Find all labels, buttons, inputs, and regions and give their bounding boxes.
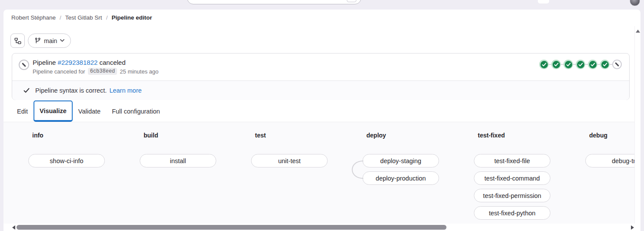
job-pill-deploy-staging[interactable]: deploy-staging: [362, 154, 439, 167]
stage-column-info: infoshow-ci-info: [28, 132, 105, 171]
pipeline-subtitle: Pipeline canceled for 6cb38eed 25 minute…: [33, 68, 158, 75]
breadcrumb-separator: /: [60, 14, 61, 21]
job-pill-test-fixed-command[interactable]: test-fixed-command: [474, 171, 550, 185]
stage-status-icon-canceled[interactable]: [612, 60, 622, 69]
stage-status-icon-success[interactable]: [600, 60, 610, 69]
stage-label: debug: [589, 132, 634, 139]
breadcrumb-separator: /: [106, 14, 108, 21]
pipeline-editor-panel: Robert Stéphane/Test Gitlab Srt/Pipeline…: [3, 10, 641, 231]
syntax-status-bar: Pipeline syntax is correct. Learn more: [12, 80, 629, 100]
pipeline-mini-graph: [539, 60, 622, 69]
stage-label: test: [255, 132, 328, 139]
stage-jobs: install: [140, 154, 216, 167]
horizontal-scrollbar[interactable]: [3, 224, 634, 231]
stage-jobs: deploy-stagingdeploy-production: [362, 154, 439, 185]
stage-label: test-fixed: [478, 132, 550, 139]
stage-jobs: debug-tr: [585, 154, 634, 167]
breadcrumb-item-robert-st-phane[interactable]: Robert Stéphane: [11, 14, 56, 21]
stage-status-icon-success[interactable]: [551, 60, 561, 69]
pipeline-status-main: Pipeline #2292381822 canceled Pipeline c…: [12, 54, 629, 80]
stage-jobs: show-ci-info: [28, 154, 105, 167]
stage-status-icon-success[interactable]: [539, 60, 549, 69]
stage-jobs: test-fixed-filetest-fixed-commandtest-fi…: [474, 154, 550, 220]
pipeline-title-prefix: Pipeline: [33, 59, 56, 66]
search-input[interactable]: [187, 0, 361, 4]
stage-status-icon-success[interactable]: [576, 60, 585, 69]
stage-label: info: [32, 132, 105, 139]
tab-visualize[interactable]: Visualize: [34, 100, 73, 122]
scroll-left-arrow-icon[interactable]: [12, 225, 15, 230]
check-icon: [23, 88, 30, 93]
job-pill-show-ci-info[interactable]: show-ci-info: [28, 154, 105, 167]
pipeline-title: Pipeline #2292381822 canceled: [33, 58, 158, 67]
pipeline-id-link[interactable]: #2292381822: [58, 59, 98, 66]
job-pill-debug-tr[interactable]: debug-tr: [585, 154, 634, 167]
pipeline-canceled-icon: [19, 60, 29, 70]
stage-column-test: testunit-test: [251, 132, 328, 171]
syntax-message: Pipeline syntax is correct.: [35, 87, 107, 94]
stage-column-deploy: deploydeploy-stagingdeploy-production: [362, 132, 439, 189]
file-tree-icon: [14, 37, 21, 44]
pipeline-title-status: canceled: [99, 59, 125, 66]
branch-selector[interactable]: main: [28, 33, 71, 48]
file-tree-toggle-button[interactable]: [10, 33, 25, 48]
pipeline-subtitle-prefix: Pipeline canceled for: [33, 68, 85, 75]
pipeline-subtitle-time: 25 minutes ago: [120, 68, 158, 75]
stage-label: deploy: [366, 132, 439, 139]
tab-full-configuration[interactable]: Full configuration: [106, 100, 165, 122]
stage-jobs: unit-test: [251, 154, 328, 167]
breadcrumb-item-test-gitlab-srt[interactable]: Test Gitlab Srt: [65, 14, 102, 21]
stage-column-debug: debugdebug-tr: [585, 132, 634, 171]
stage-label: build: [144, 132, 216, 139]
job-pill-install[interactable]: install: [140, 154, 216, 167]
git-branch-icon: [34, 37, 41, 44]
vertical-scrollbar[interactable]: [634, 26, 641, 224]
breadcrumb: Robert Stéphane/Test Gitlab Srt/Pipeline…: [11, 14, 152, 21]
editor-tabs: EditVisualizeValidateFull configuration: [3, 100, 634, 122]
job-pill-unit-test[interactable]: unit-test: [251, 154, 328, 167]
breadcrumb-item-pipeline-editor: Pipeline editor: [111, 14, 152, 21]
tab-validate[interactable]: Validate: [73, 100, 106, 122]
scroll-right-arrow-icon[interactable]: [631, 225, 634, 230]
job-pill-test-fixed-file[interactable]: test-fixed-file: [474, 154, 550, 167]
branch-name: main: [44, 37, 57, 44]
stage-column-test-fixed: test-fixedtest-fixed-filetest-fixed-comm…: [474, 132, 550, 224]
job-dependency-connector: [346, 159, 364, 180]
keyboard-shortcut-hint: [347, 0, 356, 2]
job-pill-test-fixed-permission[interactable]: test-fixed-permission: [474, 189, 550, 202]
learn-more-link[interactable]: Learn more: [109, 87, 141, 94]
scroll-up-arrow-icon[interactable]: [636, 30, 640, 33]
user-avatar[interactable]: [630, 0, 640, 6]
stage-column-build: buildinstall: [140, 132, 216, 171]
job-pill-deploy-production[interactable]: deploy-production: [362, 171, 439, 185]
tab-edit[interactable]: Edit: [11, 100, 34, 122]
commit-sha-badge[interactable]: 6cb38eed: [88, 68, 117, 75]
stage-status-icon-success[interactable]: [564, 60, 573, 69]
job-pill-test-fixed-python[interactable]: test-fixed-python: [474, 206, 550, 220]
chevron-down-icon: [60, 39, 64, 42]
topbar-indicator[interactable]: [538, 0, 549, 3]
horizontal-scrollbar-thumb[interactable]: [17, 225, 446, 230]
stage-status-icon-success[interactable]: [588, 60, 597, 69]
canceled-slash-icon: [615, 62, 619, 67]
pipeline-visualization: infoshow-ci-infobuildinstalltestunit-tes…: [3, 123, 634, 224]
pipeline-status-card: Pipeline #2292381822 canceled Pipeline c…: [12, 53, 630, 100]
